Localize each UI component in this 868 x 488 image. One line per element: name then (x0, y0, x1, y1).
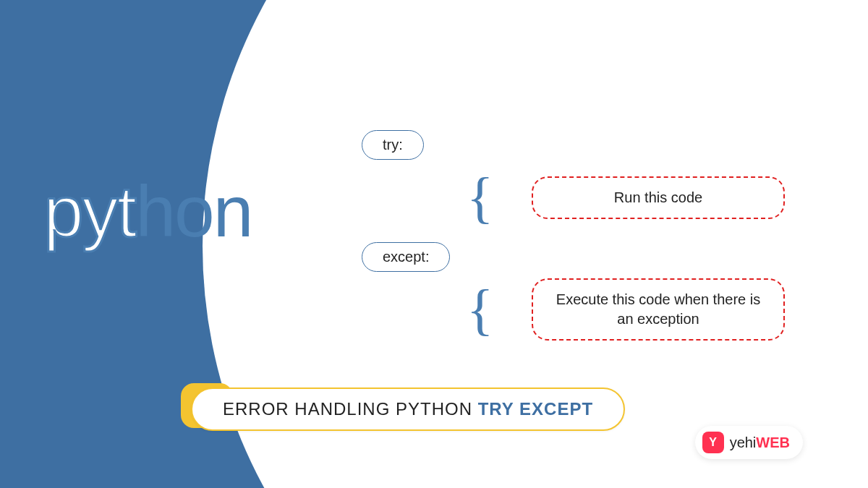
brand-text-wrapper: yehiWEB (730, 435, 790, 451)
brand-logo: Y yehiWEB (695, 426, 803, 459)
python-logo-blue: hon (135, 171, 252, 252)
title-bold: TRY EXCEPT (478, 399, 593, 419)
brand-icon-letter: Y (709, 436, 717, 449)
python-logo: python (43, 170, 252, 253)
brand-icon: Y (702, 432, 724, 453)
brace-icon: { (467, 170, 493, 226)
title-pill: ERROR HANDLING PYTHON TRY EXCEPT (191, 388, 625, 431)
exception-box: Execute this code when there is an excep… (532, 278, 785, 341)
brand-suffix: WEB (756, 435, 790, 450)
title-prefix: ERROR HANDLING PYTHON (223, 399, 478, 419)
python-logo-outline: pyt (43, 171, 135, 252)
try-pill: try: (362, 130, 424, 160)
except-pill: except: (362, 242, 450, 272)
title-block: ERROR HANDLING PYTHON TRY EXCEPT (181, 383, 625, 431)
canvas: python try: { Run this code except: { Ex… (0, 0, 868, 488)
brand-text: yehi (730, 435, 757, 450)
brace-icon: { (467, 282, 493, 338)
run-code-box: Run this code (532, 176, 785, 219)
